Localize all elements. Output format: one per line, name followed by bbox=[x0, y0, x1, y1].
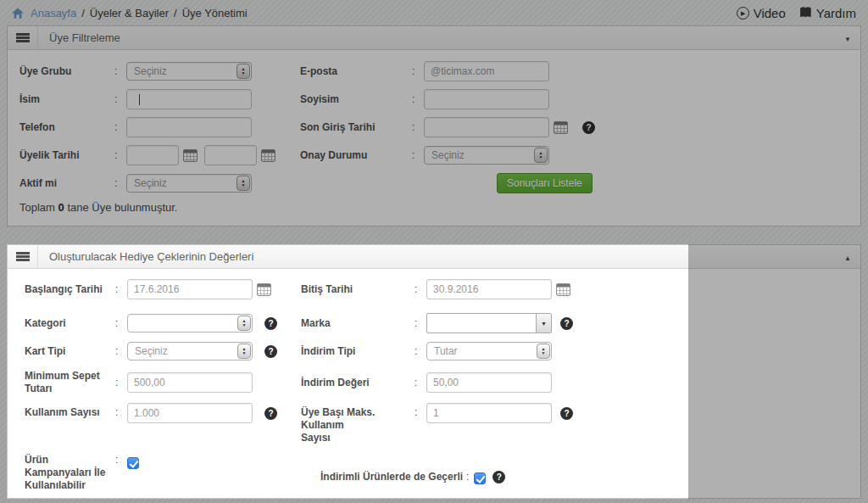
breadcrumb-separator: / bbox=[174, 7, 177, 20]
colon: : bbox=[412, 121, 424, 133]
gift-voucher-panel-header: Oluşturulacak Hediye Çeklerinin Değerler… bbox=[8, 245, 860, 269]
kullanim-sayisi-input[interactable] bbox=[127, 403, 253, 423]
result-count: 0 bbox=[58, 201, 64, 214]
member-filter-panel-header: Üye Filtreleme bbox=[8, 26, 860, 50]
help-icon[interactable] bbox=[560, 317, 573, 330]
colon: : bbox=[115, 377, 127, 388]
panel-title: Oluşturulacak Hediye Çeklerinin Değerler… bbox=[38, 250, 835, 263]
bitis-tarihi-input[interactable] bbox=[426, 279, 552, 299]
field-label: Kullanım Sayısı bbox=[25, 406, 115, 419]
calendar-icon[interactable] bbox=[257, 283, 271, 296]
field-label: İndirimli Ürünlerde de Geçerli bbox=[320, 471, 463, 483]
colon: : bbox=[114, 121, 126, 133]
eposta-input[interactable] bbox=[424, 61, 549, 81]
field-label: İndirim Değeri bbox=[301, 377, 415, 389]
colon: : bbox=[115, 454, 127, 466]
help-icon[interactable] bbox=[264, 345, 277, 358]
colon: : bbox=[415, 345, 426, 357]
book-icon bbox=[799, 6, 812, 20]
aktif-mi-select[interactable]: Seçiniz bbox=[126, 174, 252, 193]
home-icon[interactable] bbox=[12, 8, 24, 19]
calendar-icon[interactable] bbox=[554, 121, 568, 134]
uyelik-tarihi-to-input[interactable] bbox=[204, 145, 257, 165]
son-giris-tarihi-input[interactable] bbox=[424, 117, 549, 137]
soyisim-input[interactable] bbox=[424, 89, 549, 109]
result-summary: Toplam 0 tane Üye bulunmuştur. bbox=[19, 201, 849, 222]
indirimli-urunler-checkbox[interactable] bbox=[474, 472, 486, 484]
panel-menu-button[interactable] bbox=[8, 26, 38, 49]
select-stepper-icon bbox=[534, 148, 548, 163]
uye-basi-maks-input[interactable] bbox=[426, 403, 552, 423]
kart-tipi-select[interactable]: Seçiniz bbox=[127, 342, 253, 360]
field-label: Onay Durumu bbox=[300, 149, 412, 162]
help-button[interactable]: Yardım bbox=[799, 6, 856, 20]
colon: : bbox=[412, 149, 424, 161]
breadcrumb-section: Üyeler & Bayiler bbox=[90, 7, 169, 20]
chevron-down-icon[interactable] bbox=[835, 31, 860, 44]
help-icon[interactable] bbox=[492, 471, 505, 483]
panel-menu-button[interactable] bbox=[8, 245, 38, 268]
field-label: Ürün Kampanyaları İle Kullanılabilir bbox=[25, 454, 115, 492]
calendar-icon[interactable] bbox=[183, 149, 198, 162]
colon: : bbox=[415, 406, 426, 418]
chevron-up-icon[interactable] bbox=[835, 250, 860, 263]
colon: : bbox=[115, 345, 127, 357]
help-icon[interactable] bbox=[560, 407, 573, 420]
field-label: Minimum Sepet Tutarı bbox=[25, 370, 115, 395]
breadcrumb-separator: / bbox=[81, 7, 85, 20]
field-label: Bitiş Tarihi bbox=[301, 283, 415, 296]
urun-kampanyalari-checkbox[interactable] bbox=[127, 457, 139, 469]
colon: : bbox=[415, 283, 426, 295]
colon: : bbox=[115, 317, 127, 329]
uye-grubu-select[interactable]: Seçiniz bbox=[126, 62, 252, 81]
breadcrumb: Anasayfa / Üyeler & Bayiler / Üye Yöneti… bbox=[12, 7, 248, 20]
field-label: Soyisim bbox=[300, 93, 412, 106]
telefon-input[interactable] bbox=[126, 117, 252, 137]
colon: : bbox=[114, 177, 126, 189]
hamburger-icon bbox=[16, 252, 30, 261]
breadcrumb-page: Üye Yönetimi bbox=[182, 7, 248, 20]
indirim-degeri-input[interactable] bbox=[426, 372, 552, 393]
play-circle-icon bbox=[737, 7, 749, 20]
breadcrumb-bar: Anasayfa / Üyeler & Bayiler / Üye Yöneti… bbox=[0, 0, 868, 25]
help-icon[interactable] bbox=[582, 121, 595, 134]
help-icon[interactable] bbox=[264, 407, 277, 420]
calendar-icon[interactable] bbox=[556, 283, 570, 296]
calendar-icon[interactable] bbox=[261, 149, 275, 162]
field-label: Aktif mi bbox=[19, 177, 114, 190]
help-icon[interactable] bbox=[264, 317, 277, 330]
colon: : bbox=[115, 283, 127, 295]
marka-select[interactable] bbox=[426, 313, 552, 333]
panel-title: Üye Filtreleme bbox=[38, 31, 835, 44]
video-button[interactable]: Video bbox=[737, 6, 786, 20]
field-label: Son Giriş Tarihi bbox=[300, 121, 412, 134]
breadcrumb-home-link[interactable]: Anasayfa bbox=[31, 7, 76, 20]
colon: : bbox=[114, 65, 126, 77]
field-label: Üye Başı Maks. Kullanım Sayısı bbox=[301, 406, 415, 444]
member-filter-form: Üye Grubu : Seçiniz E-posta : İsim : bbox=[8, 50, 860, 222]
help-label: Yardım bbox=[816, 6, 856, 20]
hamburger-icon bbox=[16, 33, 30, 42]
field-label: Kategori bbox=[25, 317, 115, 330]
member-filter-panel: Üye Filtreleme Üye Grubu : Seçiniz E-pos… bbox=[7, 25, 861, 226]
gift-voucher-form: Başlangıç Tarihi : Bitiş Tarihi : Katego… bbox=[8, 269, 860, 503]
uyelik-tarihi-from-input[interactable] bbox=[126, 145, 179, 165]
isim-input[interactable] bbox=[126, 89, 252, 109]
video-label: Video bbox=[754, 6, 786, 20]
baslangic-tarihi-input[interactable] bbox=[127, 279, 253, 299]
colon: : bbox=[412, 93, 424, 105]
minimum-sepet-input[interactable] bbox=[127, 372, 253, 393]
field-label: İndirim Tipi bbox=[301, 345, 415, 358]
list-results-button[interactable]: Sonuçları Listele bbox=[497, 173, 593, 193]
colon: : bbox=[114, 93, 126, 105]
field-label: Marka bbox=[301, 317, 415, 330]
field-label: Üyelik Tarihi bbox=[19, 149, 114, 162]
colon: : bbox=[466, 471, 469, 483]
onay-durumu-select[interactable]: Seçiniz bbox=[424, 146, 549, 165]
select-stepper-icon bbox=[237, 344, 251, 359]
colon: : bbox=[114, 149, 126, 161]
dropdown-arrow-icon bbox=[536, 314, 551, 333]
field-label: Üye Grubu bbox=[19, 65, 114, 78]
kategori-select[interactable] bbox=[127, 314, 253, 333]
indirim-tipi-select[interactable]: Tutar bbox=[426, 342, 552, 360]
